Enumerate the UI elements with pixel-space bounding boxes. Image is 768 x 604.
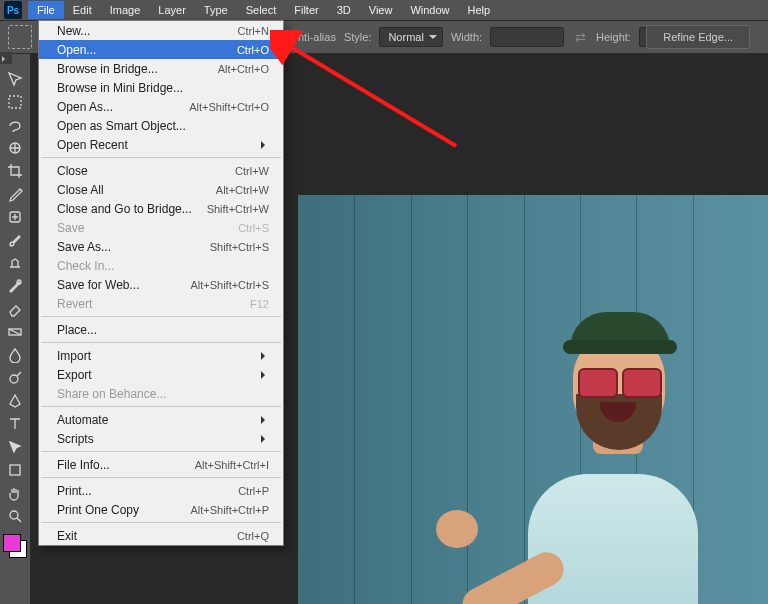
menu-bar: Ps FileEditImageLayerTypeSelectFilter3DV… [0,0,768,21]
menu-item-check-in: Check In... [39,256,283,275]
menu-item-new[interactable]: New...Ctrl+N [39,21,283,40]
menu-item-close-all[interactable]: Close AllAlt+Ctrl+W [39,180,283,199]
style-label: Style: [344,31,372,43]
color-swatches[interactable] [3,534,27,558]
menu-item-save: SaveCtrl+S [39,218,283,237]
menu-separator [41,522,281,523]
clone-stamp-tool[interactable] [3,252,27,274]
menu-help[interactable]: Help [459,1,500,19]
menu-item-close[interactable]: CloseCtrl+W [39,161,283,180]
menu-item-open-as-smart-object[interactable]: Open as Smart Object... [39,116,283,135]
menu-item-browse-in-mini-bridge[interactable]: Browse in Mini Bridge... [39,78,283,97]
move-tool[interactable] [3,68,27,90]
height-label: Height: [596,31,631,43]
menu-item-share-on-behance: Share on Behance... [39,384,283,403]
marquee-tool[interactable] [3,91,27,113]
menu-item-print[interactable]: Print...Ctrl+P [39,481,283,500]
brush-tool[interactable] [3,229,27,251]
menu-item-export[interactable]: Export [39,365,283,384]
width-input[interactable] [490,27,564,47]
menu-select[interactable]: Select [237,1,286,19]
width-label: Width: [451,31,482,43]
menu-item-scripts[interactable]: Scripts [39,429,283,448]
document-image [298,195,768,604]
svg-rect-6 [10,465,20,475]
tools-panel [0,64,31,604]
menu-item-import[interactable]: Import [39,346,283,365]
app-logo: Ps [4,1,22,19]
menu-item-open-recent[interactable]: Open Recent [39,135,283,154]
hand-tool[interactable] [3,482,27,504]
style-select[interactable]: Normal [379,27,442,47]
type-tool[interactable] [3,413,27,435]
healing-brush-tool[interactable] [3,206,27,228]
gradient-tool[interactable] [3,321,27,343]
menu-window[interactable]: Window [401,1,458,19]
menu-view[interactable]: View [360,1,402,19]
crop-tool[interactable] [3,160,27,182]
shape-tool[interactable] [3,459,27,481]
menu-separator [41,342,281,343]
menu-item-file-info[interactable]: File Info...Alt+Shift+Ctrl+I [39,455,283,474]
menu-type[interactable]: Type [195,1,237,19]
svg-point-5 [10,375,18,383]
refine-edge-button[interactable]: Refine Edge... [646,25,750,49]
blur-tool[interactable] [3,344,27,366]
menu-layer[interactable]: Layer [149,1,195,19]
menu-item-save-as[interactable]: Save As...Shift+Ctrl+S [39,237,283,256]
menu-3d[interactable]: 3D [328,1,360,19]
svg-point-7 [10,511,18,519]
menu-separator [41,157,281,158]
eraser-tool[interactable] [3,298,27,320]
menu-item-open-as[interactable]: Open As...Alt+Shift+Ctrl+O [39,97,283,116]
menu-item-revert: RevertF12 [39,294,283,313]
menu-separator [41,406,281,407]
menu-item-place[interactable]: Place... [39,320,283,339]
menu-separator [41,477,281,478]
menu-file[interactable]: File [28,1,64,19]
history-brush-tool[interactable] [3,275,27,297]
menu-separator [41,451,281,452]
menu-item-save-for-web[interactable]: Save for Web...Alt+Shift+Ctrl+S [39,275,283,294]
foreground-color-swatch[interactable] [3,534,21,552]
menu-filter[interactable]: Filter [285,1,327,19]
menu-separator [41,316,281,317]
swap-dimensions-icon[interactable]: ⇄ [572,29,588,45]
menu-image[interactable]: Image [101,1,150,19]
dodge-tool[interactable] [3,367,27,389]
pen-tool[interactable] [3,390,27,412]
svg-rect-0 [9,96,21,108]
quick-select-tool[interactable] [3,137,27,159]
lasso-tool[interactable] [3,114,27,136]
eyedropper-tool[interactable] [3,183,27,205]
zoom-tool[interactable] [3,505,27,527]
menu-item-browse-in-bridge[interactable]: Browse in Bridge...Alt+Ctrl+O [39,59,283,78]
file-menu-dropdown: New...Ctrl+NOpen...Ctrl+OBrowse in Bridg… [38,20,284,546]
menu-item-open[interactable]: Open...Ctrl+O [39,40,283,59]
path-select-tool[interactable] [3,436,27,458]
tools-expand-icon[interactable] [0,52,12,64]
tool-preset-icon[interactable] [8,25,32,49]
menu-item-exit[interactable]: ExitCtrl+Q [39,526,283,545]
anti-alias-label: nti-alias [298,31,336,43]
menu-item-print-one-copy[interactable]: Print One CopyAlt+Shift+Ctrl+P [39,500,283,519]
menu-item-close-and-go-to-bridge[interactable]: Close and Go to Bridge...Shift+Ctrl+W [39,199,283,218]
menu-edit[interactable]: Edit [64,1,101,19]
menu-item-automate[interactable]: Automate [39,410,283,429]
